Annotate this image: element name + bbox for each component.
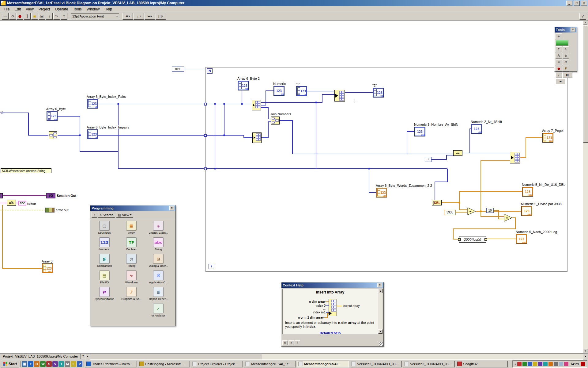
quick-launch-icon-10[interactable]: P xyxy=(77,361,82,367)
palette-item-structures[interactable]: ▢ Structures xyxy=(91,221,118,237)
vertical-scroll-thumb[interactable] xyxy=(583,25,588,143)
context-help-close-button[interactable]: × xyxy=(377,283,382,287)
wire-blue-10[interactable] xyxy=(205,135,252,138)
font-selector[interactable]: 13pt Application Font ▾ xyxy=(71,13,119,19)
palette-item-boolean[interactable]: TF Boolean xyxy=(118,237,145,254)
tray-icon-5[interactable] xyxy=(538,362,542,366)
quick-launch-icon-9[interactable]: L xyxy=(71,361,76,367)
node-arr6b2[interactable]: 123U8Array 6_Byte 2 xyxy=(238,81,249,90)
tray-last-icon[interactable] xyxy=(581,362,585,366)
step-over-button[interactable]: ↷ xyxy=(53,13,60,20)
quick-launch-icon-4[interactable]: W xyxy=(40,361,46,367)
wire-blue-23[interactable] xyxy=(407,132,414,154)
loop-tunnel[interactable] xyxy=(204,167,207,170)
node-divide[interactable]: ÷ xyxy=(467,207,476,215)
step-into-button[interactable]: ⇣ xyxy=(46,13,53,20)
auto-tool-indicator[interactable] xyxy=(556,40,568,46)
tray-chevron-icon[interactable]: « xyxy=(514,362,516,366)
shortcut-menu-tool[interactable]: ≡ xyxy=(556,59,562,65)
tools-palette-titlebar[interactable]: Tools × xyxy=(555,27,577,33)
palette-item-dialog-user[interactable]: ⊡ Dialog & User... xyxy=(145,254,172,270)
palette-item-string[interactable]: abc String xyxy=(145,237,172,254)
palette-item-array[interactable]: ▦ Array xyxy=(118,221,145,237)
help-lock-button[interactable]: a xyxy=(288,340,294,345)
node-arr3[interactable]: 123DBLArray 3 xyxy=(42,263,53,273)
node-freelabel[interactable]: SCII-Werten vom Antwort-String xyxy=(1,168,51,173)
node-formula[interactable]: 2000*log(x) xyxy=(459,236,486,243)
loop-tunnel[interactable] xyxy=(204,103,207,105)
position-tool[interactable]: ↖ xyxy=(563,46,569,52)
diagram-horizontal-scrollbar[interactable]: ◄ ► xyxy=(85,354,588,359)
node-arrwords[interactable]: 123U16Array 6_Byte_Words_Zusammen_2 2 xyxy=(376,188,387,197)
quick-launch-icon-7[interactable]: T xyxy=(58,361,64,367)
wire-blue-1[interactable] xyxy=(0,113,48,135)
wire-orange-38[interactable] xyxy=(520,138,542,157)
node-c10[interactable]: 10 xyxy=(486,208,494,213)
node-num5c[interactable]: 123DBLNumeric 5_Nach_2000*Log xyxy=(516,234,527,244)
node-idximp[interactable]: 123U8Array 6_Byte_Index_Impairs xyxy=(87,129,98,139)
node-insert1[interactable] xyxy=(334,90,345,102)
node-num2[interactable]: 123U16Numeric 2_Nr_4Shift xyxy=(471,124,482,134)
taskbar-task-versuch2-tornado-03[interactable]: Versuch2_TORNADO_03... xyxy=(403,361,455,367)
run-continuous-button[interactable]: ↻ xyxy=(9,13,16,20)
menu-file[interactable]: File xyxy=(1,6,12,12)
node-index2[interactable] xyxy=(252,132,262,143)
quick-launch-icon-3[interactable]: O xyxy=(34,361,40,367)
resize-grip-icon[interactable] xyxy=(379,342,383,346)
scroll-down-arrow-icon[interactable]: ▼ xyxy=(583,349,587,353)
tray-icon-3[interactable] xyxy=(528,362,532,366)
menu-edit[interactable]: Edit xyxy=(12,6,23,12)
tray-icon-2[interactable] xyxy=(522,362,527,366)
taskbar-task-project-explorer-projek[interactable]: Project Explorer - Projek... xyxy=(191,361,243,367)
wire-blue-3[interactable] xyxy=(80,116,118,151)
quick-launch-icon-8[interactable]: M xyxy=(65,361,70,367)
context-help-scrollbar[interactable]: ▲ ▼ xyxy=(378,289,383,334)
node-gtxt[interactable]: g) xyxy=(1,109,7,113)
menu-help[interactable]: Help xyxy=(102,6,115,12)
align-objects-button[interactable]: ≡▾ xyxy=(123,13,133,20)
color-copy-tool[interactable]: ∕ xyxy=(556,72,562,78)
node-arr7[interactable]: 123DBLArray 7_Pegel xyxy=(542,133,553,143)
node-idxpairs[interactable]: 123U8Array 6_Byte_Index_Pairs xyxy=(87,99,98,109)
wire-blue-24[interactable] xyxy=(432,155,453,159)
palette-item-application-c[interactable]: ⌘ Application C... xyxy=(145,270,172,287)
step-out-button[interactable]: ⇡ xyxy=(61,13,67,20)
palette-item-file-i-o[interactable]: ▤ File I/O xyxy=(91,270,118,287)
node-cm4[interactable]: -4 xyxy=(425,157,432,162)
project-context-tab[interactable]: Projekt_VESUV_LAB_180509.lvproj/My Compu… xyxy=(0,354,81,359)
node-shift[interactable]: «» xyxy=(453,150,462,156)
wire-orange-29[interactable] xyxy=(442,203,467,210)
node-num3[interactable]: 123U16Numeric 3_Nombre_Av_Shift xyxy=(414,127,425,136)
palette-item-timing[interactable]: ◷ Timing xyxy=(118,254,145,270)
scroll-up-arrow-icon[interactable]: ▲ xyxy=(583,21,587,25)
reorder-button[interactable]: ◫▾ xyxy=(156,13,166,20)
palette-item-graphics-so[interactable]: ♪ Graphics & So... xyxy=(118,287,145,304)
resize-objects-button[interactable]: ↔▾ xyxy=(145,13,155,20)
wire-blue-17[interactable] xyxy=(262,122,271,138)
palette-item-cluster-class[interactable]: ◈ Cluster, Class... xyxy=(145,221,172,237)
scroll-up-arrow-icon[interactable]: ▲ xyxy=(378,289,383,293)
help-button[interactable]: ? xyxy=(579,13,586,20)
quick-launch-icon-6[interactable]: V xyxy=(52,361,58,367)
programming-palette-titlebar[interactable]: Programming × xyxy=(90,205,175,211)
node-tokfn[interactable]: a% xyxy=(7,200,16,206)
loop-tunnel[interactable] xyxy=(204,134,207,137)
taskbar-task-posteingang-microsoft[interactable]: Posteingang - Microsoft ... xyxy=(138,361,190,367)
edit-text-tool[interactable]: A xyxy=(556,53,562,59)
operate-value-tool[interactable]: ↥ xyxy=(556,46,562,52)
menu-project[interactable]: Project xyxy=(36,6,52,12)
wire-blue-28[interactable] xyxy=(432,169,447,203)
scroll-left-arrow-icon[interactable]: ◄ xyxy=(85,354,90,359)
start-button[interactable]: Start xyxy=(1,361,19,367)
node-mult[interactable]: × xyxy=(504,214,512,222)
node-c2[interactable]: 123U8"2" xyxy=(373,88,384,98)
node-tok[interactable]: abctoken xyxy=(18,201,26,205)
node-c1[interactable]: 123U8"1" xyxy=(296,86,307,96)
palette-item-vi-analyzer[interactable]: ✓ VI Analyzer xyxy=(145,304,172,320)
menu-view[interactable]: View xyxy=(23,6,36,12)
close-button[interactable]: × xyxy=(581,1,587,6)
palette-view-button[interactable]: ▤ View ▾ xyxy=(116,212,133,218)
breakpoint-tool[interactable]: ● xyxy=(556,66,562,71)
node-num5a[interactable]: 123DBLNumeric 5_Nr_De_U16_DBL xyxy=(522,187,533,197)
diagram-vertical-scrollbar[interactable]: ▲ ▼ xyxy=(583,21,588,353)
